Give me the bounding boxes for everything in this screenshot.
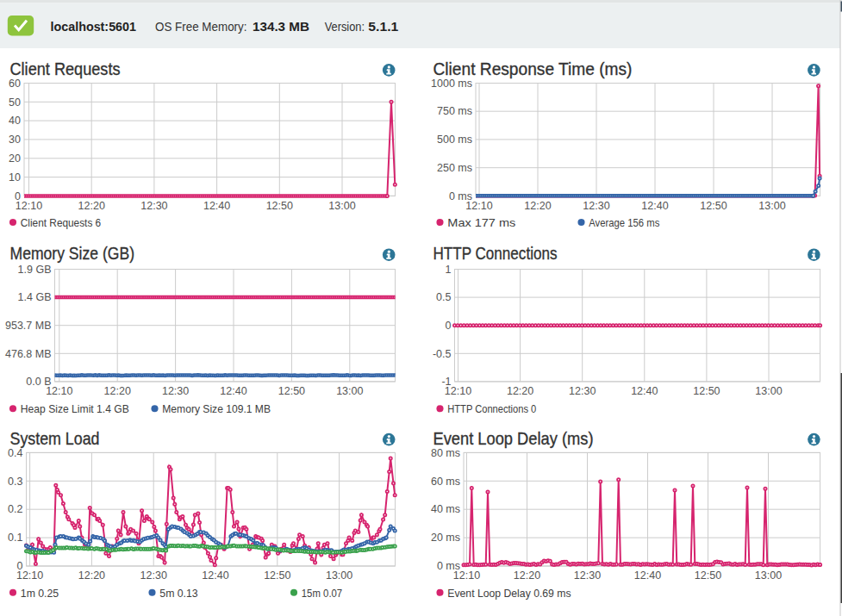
svg-text:Average 156 ms: Average 156 ms: [589, 216, 659, 229]
svg-text:13:00: 13:00: [755, 385, 782, 397]
svg-text:40: 40: [9, 115, 21, 127]
svg-text:750 ms: 750 ms: [437, 105, 472, 117]
svg-text:13:00: 13:00: [758, 200, 785, 212]
svg-text:12:30: 12:30: [140, 200, 167, 212]
svg-text:Event Loop Delay 0.69 ms: Event Loop Delay 0.69 ms: [447, 587, 571, 600]
svg-text:12:10: 12:10: [46, 385, 72, 397]
svg-text:60: 60: [9, 78, 21, 90]
svg-text:12:20: 12:20: [78, 200, 105, 212]
svg-text:HTTP Connections: HTTP Connections: [433, 243, 558, 263]
svg-text:500 ms: 500 ms: [437, 134, 472, 146]
svg-text:12:40: 12:40: [202, 569, 228, 582]
svg-text:1: 1: [446, 264, 452, 276]
svg-text:0.5: 0.5: [436, 291, 451, 303]
svg-text:0.2: 0.2: [8, 503, 22, 515]
svg-text:Event Loop Delay (ms): Event Loop Delay (ms): [433, 428, 594, 448]
svg-text:12:40: 12:40: [641, 200, 668, 212]
svg-text:12:10: 12:10: [445, 385, 471, 397]
svg-text:60 ms: 60 ms: [431, 476, 460, 488]
svg-text:Memory Size (GB): Memory Size (GB): [10, 243, 135, 263]
svg-text:12:30: 12:30: [569, 385, 596, 397]
svg-text:30: 30: [9, 134, 21, 146]
svg-text:Client Requests 6: Client Requests 6: [21, 216, 101, 229]
svg-text:13:00: 13:00: [328, 200, 355, 212]
svg-text:5.1.1: 5.1.1: [368, 19, 398, 34]
svg-text:10: 10: [9, 171, 21, 184]
svg-text:13:00: 13:00: [755, 569, 782, 582]
svg-text:12:20: 12:20: [524, 200, 551, 212]
svg-text:12:10: 12:10: [16, 200, 42, 212]
svg-text:OS Free Memory:: OS Free Memory:: [155, 19, 247, 34]
svg-text:12:40: 12:40: [220, 385, 246, 397]
svg-text:134.3 MB: 134.3 MB: [253, 19, 309, 34]
svg-text:13:00: 13:00: [336, 385, 363, 397]
svg-text:12:10: 12:10: [453, 569, 480, 582]
svg-text:0.3: 0.3: [8, 476, 22, 488]
svg-text:12:30: 12:30: [583, 200, 609, 212]
svg-text:Client Response Time (ms): Client Response Time (ms): [433, 59, 633, 78]
svg-text:250 ms: 250 ms: [437, 162, 472, 174]
svg-text:12:40: 12:40: [203, 200, 230, 212]
svg-text:12:20: 12:20: [507, 385, 533, 397]
svg-text:Max 177 ms: Max 177 ms: [447, 216, 516, 229]
svg-text:-0.5: -0.5: [433, 348, 452, 360]
svg-text:Heap Size Limit 1.4 GB: Heap Size Limit 1.4 GB: [21, 402, 129, 415]
svg-text:12:50: 12:50: [278, 385, 305, 397]
svg-text:12:50: 12:50: [693, 385, 720, 397]
svg-text:5m 0.13: 5m 0.13: [159, 587, 197, 600]
svg-text:localhost:5601: localhost:5601: [51, 19, 137, 34]
svg-text:12:40: 12:40: [631, 385, 658, 397]
svg-text:0: 0: [446, 320, 452, 332]
svg-text:40 ms: 40 ms: [431, 503, 460, 515]
svg-text:12:50: 12:50: [266, 200, 293, 212]
svg-text:HTTP Connections 0: HTTP Connections 0: [447, 402, 536, 415]
svg-text:Memory Size 109.1 MB: Memory Size 109.1 MB: [162, 402, 271, 415]
svg-text:12:20: 12:20: [514, 569, 540, 582]
svg-text:1m 0.25: 1m 0.25: [21, 587, 59, 600]
svg-text:12:50: 12:50: [695, 569, 721, 582]
svg-text:Version:: Version:: [325, 19, 365, 34]
svg-text:13:00: 13:00: [326, 569, 352, 582]
svg-text:0.1: 0.1: [8, 532, 22, 544]
svg-text:1000 ms: 1000 ms: [431, 78, 472, 90]
svg-text:80 ms: 80 ms: [431, 447, 460, 459]
svg-text:1.4 GB: 1.4 GB: [18, 291, 52, 303]
svg-text:12:30: 12:30: [574, 569, 601, 582]
svg-text:20 ms: 20 ms: [431, 532, 460, 544]
svg-text:12:40: 12:40: [634, 569, 661, 582]
svg-text:12:30: 12:30: [140, 569, 167, 582]
svg-text:12:20: 12:20: [104, 385, 131, 397]
svg-text:12:10: 12:10: [465, 200, 492, 212]
svg-text:Client Requests: Client Requests: [10, 59, 121, 78]
svg-text:12:20: 12:20: [78, 569, 105, 582]
svg-text:12:50: 12:50: [264, 569, 290, 582]
svg-text:476.8 MB: 476.8 MB: [5, 348, 52, 360]
svg-text:1.9 GB: 1.9 GB: [18, 264, 52, 276]
svg-text:953.7 MB: 953.7 MB: [5, 320, 52, 332]
svg-text:System Load: System Load: [10, 428, 100, 448]
svg-text:12:50: 12:50: [700, 200, 727, 212]
svg-text:50: 50: [9, 96, 21, 109]
svg-text:12:10: 12:10: [16, 569, 43, 582]
svg-text:20: 20: [9, 152, 21, 165]
svg-text:12:30: 12:30: [162, 385, 189, 397]
svg-text:15m 0.07: 15m 0.07: [302, 587, 342, 600]
svg-text:0.4: 0.4: [8, 447, 22, 459]
